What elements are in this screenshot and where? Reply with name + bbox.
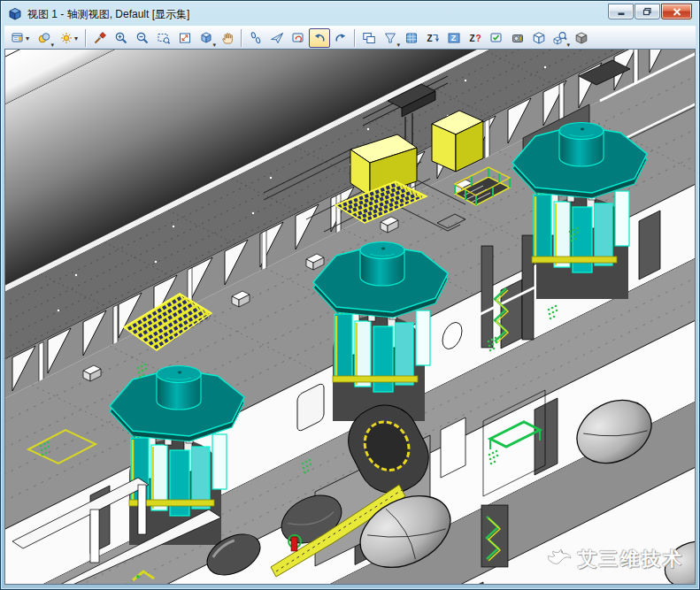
restore-icon [642, 7, 652, 16]
window-title: 视图 1 - 轴测视图, Default [显示集] [27, 7, 189, 22]
pan-view-button[interactable] [217, 28, 238, 48]
equipment-box-2 [432, 111, 483, 172]
ship-block-3d-model [5, 50, 696, 585]
window-area-button[interactable] [153, 28, 174, 48]
query-display-depth-button[interactable]: Z ? [465, 28, 486, 48]
clip-volume-button[interactable] [380, 28, 401, 48]
navigate-view-button[interactable] [288, 28, 309, 48]
svg-text:Z: Z [427, 34, 433, 43]
render-cube-icon [532, 31, 546, 45]
gray-cube-icon [574, 31, 588, 45]
minimize-icon [617, 8, 626, 16]
pan-hand-icon [220, 31, 235, 45]
zoom-in-button[interactable] [111, 28, 132, 48]
saved-views-icon [489, 31, 504, 45]
set-display-depth-button[interactable]: Z [422, 28, 443, 48]
copy-view-icon [362, 31, 376, 45]
clip-mask-icon [404, 31, 419, 45]
view-attributes-icon [11, 31, 25, 45]
close-button[interactable] [661, 4, 692, 19]
render-settings-button[interactable] [571, 28, 592, 48]
close-icon [673, 8, 681, 16]
view-previous-button[interactable] [309, 28, 330, 48]
zoom-out-icon [135, 31, 150, 45]
set-display-depth-icon: Z [426, 31, 440, 45]
query-display-depth-icon: Z ? [468, 31, 482, 45]
restore-button[interactable] [635, 4, 660, 19]
toolbar-separator [354, 29, 356, 47]
view-previous-icon [312, 31, 327, 45]
walk-button[interactable] [245, 28, 266, 48]
view-canvas[interactable]: 艾三维技术 [4, 49, 696, 585]
fly-plane-icon [270, 31, 284, 45]
svg-text:?: ? [476, 34, 481, 43]
navigate-view-icon [291, 31, 305, 45]
minimize-button[interactable] [608, 4, 634, 19]
view-toolbar: Z Z Z ? [4, 26, 696, 50]
camera-icon [511, 31, 525, 45]
query-render-icon [553, 31, 567, 45]
view-window: 视图 1 - 轴测视图, Default [显示集] [0, 0, 700, 590]
show-display-depth-button[interactable]: Z [443, 28, 465, 48]
rotate-view-cube-icon [199, 31, 213, 45]
view-window-icon [8, 7, 22, 21]
window-area-icon [157, 31, 171, 45]
toolbar-separator [85, 29, 87, 47]
fly-button[interactable] [266, 28, 288, 48]
view-display-style-button[interactable] [34, 28, 55, 48]
clip-volume-icon [383, 31, 397, 45]
brightness-sun-icon [59, 31, 73, 45]
svg-text:Z: Z [470, 34, 475, 43]
zoom-out-button[interactable] [132, 28, 153, 48]
toolbar-separator [241, 29, 242, 47]
fit-view-button[interactable] [174, 28, 196, 48]
display-style-icon [37, 31, 51, 45]
fit-view-icon [178, 31, 192, 45]
adjust-view-brightness-button[interactable] [55, 28, 82, 48]
view-next-button[interactable] [330, 28, 351, 48]
titlebar[interactable]: 视图 1 - 轴测视图, Default [显示集] [4, 3, 696, 26]
window-controls [608, 4, 692, 19]
update-view-brush-icon [93, 31, 107, 45]
clip-mask-button[interactable] [401, 28, 422, 48]
camera-settings-button[interactable] [507, 28, 528, 48]
view-next-icon [334, 31, 348, 45]
saved-views-button[interactable] [486, 28, 507, 48]
query-render-button[interactable] [550, 28, 571, 48]
render-view-button[interactable] [528, 28, 550, 48]
update-view-button[interactable] [89, 28, 111, 48]
copy-view-button[interactable] [358, 28, 380, 48]
zoom-in-icon [114, 31, 128, 45]
rotate-view-button[interactable] [196, 28, 217, 48]
walk-footprints-icon [249, 31, 263, 45]
svg-text:Z: Z [451, 34, 457, 42]
show-display-depth-icon: Z [447, 31, 461, 45]
view-attributes-button[interactable] [6, 28, 34, 48]
